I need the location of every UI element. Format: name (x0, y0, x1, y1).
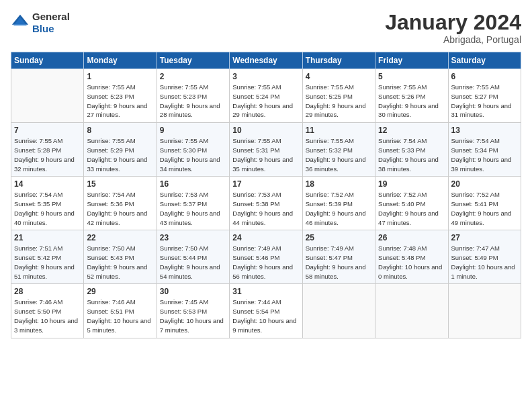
day-info: Sunrise: 7:52 AMSunset: 5:39 PMDaylight:… (306, 190, 372, 227)
day-number: 1 (87, 72, 153, 81)
day-info: Sunrise: 7:53 AMSunset: 5:37 PMDaylight:… (160, 190, 226, 227)
calendar-table: SundayMondayTuesdayWednesdayThursdayFrid… (11, 52, 521, 338)
calendar-cell: 17Sunrise: 7:53 AMSunset: 5:38 PMDayligh… (230, 177, 302, 230)
day-info: Sunrise: 7:45 AMSunset: 5:53 PMDaylight:… (160, 298, 226, 334)
day-number: 29 (87, 287, 153, 296)
calendar-cell: 21Sunrise: 7:51 AMSunset: 5:42 PMDayligh… (11, 230, 84, 284)
day-number: 9 (160, 126, 226, 135)
day-number: 17 (232, 179, 299, 189)
calendar-header-thursday: Thursday (302, 52, 375, 69)
calendar-header-wednesday: Wednesday (230, 52, 302, 69)
logo-blue: Blue (32, 23, 70, 35)
day-info: Sunrise: 7:55 AMSunset: 5:28 PMDaylight:… (14, 136, 81, 173)
day-number: 6 (451, 72, 518, 81)
calendar-header-saturday: Saturday (448, 52, 521, 69)
calendar-cell: 29Sunrise: 7:46 AMSunset: 5:51 PMDayligh… (84, 284, 157, 338)
day-info: Sunrise: 7:54 AMSunset: 5:33 PMDaylight:… (378, 136, 445, 173)
day-info: Sunrise: 7:55 AMSunset: 5:27 PMDaylight:… (451, 83, 518, 120)
day-number: 21 (14, 233, 81, 242)
day-info: Sunrise: 7:48 AMSunset: 5:48 PMDaylight:… (378, 244, 445, 281)
calendar-cell: 12Sunrise: 7:54 AMSunset: 5:33 PMDayligh… (375, 123, 448, 177)
day-number: 12 (378, 126, 445, 135)
calendar-header-sunday: Sunday (11, 52, 84, 69)
day-number: 26 (378, 233, 445, 242)
page-container: General Blue January 2024 Abrigada, Port… (0, 0, 532, 345)
day-info: Sunrise: 7:46 AMSunset: 5:51 PMDaylight:… (87, 298, 153, 334)
calendar-cell: 13Sunrise: 7:54 AMSunset: 5:34 PMDayligh… (448, 123, 521, 177)
day-info: Sunrise: 7:49 AMSunset: 5:46 PMDaylight:… (232, 244, 299, 281)
logo: General Blue (11, 11, 70, 35)
logo-icon (11, 13, 30, 32)
day-info: Sunrise: 7:55 AMSunset: 5:30 PMDaylight:… (160, 136, 226, 173)
calendar-cell: 4Sunrise: 7:55 AMSunset: 5:25 PMDaylight… (302, 69, 375, 123)
calendar-cell: 3Sunrise: 7:55 AMSunset: 5:24 PMDaylight… (230, 69, 302, 123)
calendar-cell: 26Sunrise: 7:48 AMSunset: 5:48 PMDayligh… (375, 230, 448, 284)
month-title: January 2024 (385, 11, 521, 34)
day-info: Sunrise: 7:55 AMSunset: 5:26 PMDaylight:… (378, 83, 445, 120)
day-number: 2 (160, 72, 226, 81)
day-info: Sunrise: 7:54 AMSunset: 5:36 PMDaylight:… (87, 190, 153, 227)
day-number: 19 (378, 179, 445, 189)
day-info: Sunrise: 7:55 AMSunset: 5:31 PMDaylight:… (232, 136, 299, 173)
calendar-week-4: 21Sunrise: 7:51 AMSunset: 5:42 PMDayligh… (11, 230, 521, 284)
calendar-cell: 14Sunrise: 7:54 AMSunset: 5:35 PMDayligh… (11, 177, 84, 230)
calendar-cell: 25Sunrise: 7:49 AMSunset: 5:47 PMDayligh… (302, 230, 375, 284)
location: Abrigada, Portugal (385, 34, 521, 45)
day-number: 16 (160, 179, 226, 189)
day-info: Sunrise: 7:54 AMSunset: 5:34 PMDaylight:… (451, 136, 518, 173)
day-info: Sunrise: 7:55 AMSunset: 5:24 PMDaylight:… (232, 83, 299, 120)
title-block: January 2024 Abrigada, Portugal (385, 11, 521, 45)
day-info: Sunrise: 7:49 AMSunset: 5:47 PMDaylight:… (306, 244, 372, 281)
calendar-week-2: 7Sunrise: 7:55 AMSunset: 5:28 PMDaylight… (11, 123, 521, 177)
calendar-week-5: 28Sunrise: 7:46 AMSunset: 5:50 PMDayligh… (11, 284, 521, 338)
calendar-header-row: SundayMondayTuesdayWednesdayThursdayFrid… (11, 52, 521, 69)
day-info: Sunrise: 7:52 AMSunset: 5:40 PMDaylight:… (378, 190, 445, 227)
calendar-week-1: 1Sunrise: 7:55 AMSunset: 5:23 PMDaylight… (11, 69, 521, 123)
day-number: 13 (451, 126, 518, 135)
day-number: 7 (14, 126, 81, 135)
day-number: 24 (232, 233, 299, 242)
calendar-cell (375, 284, 448, 338)
calendar-cell: 7Sunrise: 7:55 AMSunset: 5:28 PMDaylight… (11, 123, 84, 177)
calendar-cell: 28Sunrise: 7:46 AMSunset: 5:50 PMDayligh… (11, 284, 84, 338)
calendar-cell: 18Sunrise: 7:52 AMSunset: 5:39 PMDayligh… (302, 177, 375, 230)
day-info: Sunrise: 7:55 AMSunset: 5:23 PMDaylight:… (87, 83, 153, 120)
day-info: Sunrise: 7:50 AMSunset: 5:44 PMDaylight:… (160, 244, 226, 281)
calendar-cell: 16Sunrise: 7:53 AMSunset: 5:37 PMDayligh… (157, 177, 229, 230)
calendar-cell: 5Sunrise: 7:55 AMSunset: 5:26 PMDaylight… (375, 69, 448, 123)
logo-general: General (32, 11, 70, 23)
logo-text: General Blue (32, 11, 70, 35)
calendar-cell: 24Sunrise: 7:49 AMSunset: 5:46 PMDayligh… (230, 230, 302, 284)
day-number: 14 (14, 179, 81, 189)
day-info: Sunrise: 7:53 AMSunset: 5:38 PMDaylight:… (232, 190, 299, 227)
header: General Blue January 2024 Abrigada, Port… (11, 11, 521, 45)
day-info: Sunrise: 7:55 AMSunset: 5:29 PMDaylight:… (87, 136, 153, 173)
day-info: Sunrise: 7:44 AMSunset: 5:54 PMDaylight:… (232, 298, 299, 334)
calendar-cell: 11Sunrise: 7:55 AMSunset: 5:32 PMDayligh… (302, 123, 375, 177)
calendar-cell: 27Sunrise: 7:47 AMSunset: 5:49 PMDayligh… (448, 230, 521, 284)
day-number: 25 (306, 233, 372, 242)
calendar-cell: 9Sunrise: 7:55 AMSunset: 5:30 PMDaylight… (157, 123, 229, 177)
calendar-cell: 23Sunrise: 7:50 AMSunset: 5:44 PMDayligh… (157, 230, 229, 284)
calendar-cell: 2Sunrise: 7:55 AMSunset: 5:23 PMDaylight… (157, 69, 229, 123)
day-info: Sunrise: 7:55 AMSunset: 5:23 PMDaylight:… (160, 83, 226, 120)
day-number: 31 (232, 287, 299, 296)
calendar-cell: 6Sunrise: 7:55 AMSunset: 5:27 PMDaylight… (448, 69, 521, 123)
day-number: 23 (160, 233, 226, 242)
calendar-week-3: 14Sunrise: 7:54 AMSunset: 5:35 PMDayligh… (11, 177, 521, 230)
day-number: 22 (87, 233, 153, 242)
day-info: Sunrise: 7:52 AMSunset: 5:41 PMDaylight:… (451, 190, 518, 227)
day-number: 3 (232, 72, 299, 81)
day-info: Sunrise: 7:46 AMSunset: 5:50 PMDaylight:… (14, 298, 81, 334)
day-number: 27 (451, 233, 518, 242)
day-number: 10 (232, 126, 299, 135)
calendar-header-friday: Friday (375, 52, 448, 69)
day-number: 11 (306, 126, 372, 135)
calendar-header-tuesday: Tuesday (157, 52, 229, 69)
calendar-cell: 15Sunrise: 7:54 AMSunset: 5:36 PMDayligh… (84, 177, 157, 230)
calendar-cell: 10Sunrise: 7:55 AMSunset: 5:31 PMDayligh… (230, 123, 302, 177)
calendar-header-monday: Monday (84, 52, 157, 69)
calendar-cell: 22Sunrise: 7:50 AMSunset: 5:43 PMDayligh… (84, 230, 157, 284)
day-info: Sunrise: 7:51 AMSunset: 5:42 PMDaylight:… (14, 244, 81, 281)
calendar-cell: 30Sunrise: 7:45 AMSunset: 5:53 PMDayligh… (157, 284, 229, 338)
